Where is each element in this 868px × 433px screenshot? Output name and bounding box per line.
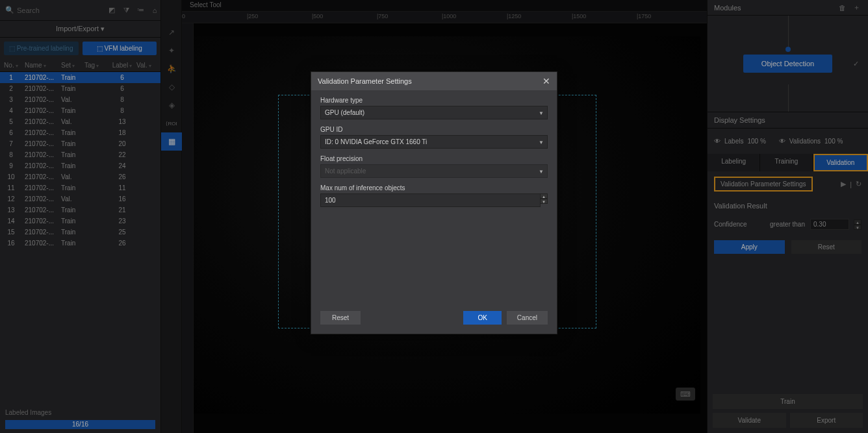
gpu-id-label: GPU ID <box>320 126 548 133</box>
modal-cancel-button[interactable]: Cancel <box>507 311 548 325</box>
modal-ok-button[interactable]: OK <box>463 311 501 325</box>
validation-settings-modal: Validation Parameter Settings ✕ Hardware… <box>311 71 557 334</box>
max-objects-input[interactable] <box>320 193 541 207</box>
max-objects-spinner[interactable]: ▲▼ <box>540 193 548 207</box>
hardware-type-label: Hardware type <box>320 97 548 104</box>
float-precision-select: Not applicable <box>320 164 548 178</box>
modal-title: Validation Parameter Settings <box>318 77 412 85</box>
modal-header: Validation Parameter Settings ✕ <box>311 72 557 90</box>
max-objects-label: Max num of inference objects <box>320 184 548 192</box>
modal-overlay: Validation Parameter Settings ✕ Hardware… <box>0 0 868 433</box>
modal-body: Hardware type GPU (default) GPU ID ID: 0… <box>311 90 557 304</box>
modal-reset-button[interactable]: Reset <box>320 311 361 325</box>
float-precision-label: Float precision <box>320 155 548 162</box>
close-icon[interactable]: ✕ <box>542 76 550 86</box>
gpu-id-select[interactable]: ID: 0 NVIDIA GeForce GTX 1660 Ti <box>320 135 548 149</box>
hardware-type-select[interactable]: GPU (default) <box>320 106 548 119</box>
modal-footer: Reset OK Cancel <box>311 304 557 334</box>
